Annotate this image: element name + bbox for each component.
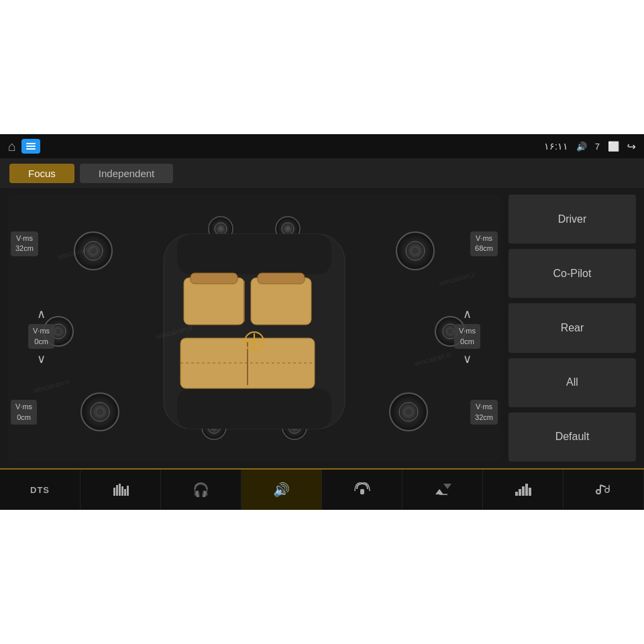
mode-tabs: Focus Independent [0,158,644,188]
svg-point-14 [56,329,61,334]
fade-icon [434,482,451,498]
svg-rect-28 [177,388,331,429]
toolbar-dts[interactable]: DTS [0,470,80,510]
arrow-up-right[interactable]: ∧ [463,307,472,321]
car-panel: wincairan.ir wincairan.ir wincairan.ir w… [8,195,500,462]
rear-button[interactable]: Rear [508,303,636,352]
all-button[interactable]: All [508,358,636,407]
svg-point-5 [412,248,419,254]
svg-rect-45 [124,489,126,496]
svg-rect-35 [191,273,237,284]
svg-rect-55 [529,488,531,496]
volume-icon: 🔊 [576,142,587,152]
independent-tab[interactable]: Independent [80,164,173,183]
app-icon-bars [26,143,36,150]
bass-icon [515,482,531,498]
toolbar-surround[interactable] [322,470,402,510]
surround-icon [354,482,371,498]
toolbar-treble[interactable] [564,470,644,510]
focus-tab[interactable]: Focus [9,164,74,183]
copilot-button[interactable]: Co-Pilot [508,249,636,298]
arrow-down-right[interactable]: ∨ [463,352,472,366]
toolbar-fade[interactable] [402,470,483,510]
svg-rect-52 [519,489,521,496]
label-bot-right: V·ms 32cm [470,400,498,425]
svg-rect-36 [258,273,305,284]
status-bar: ⌂ ۱۶:۱۱ 🔊 7 ⬜ ↩ [0,134,644,158]
label-bot-left: V·ms 0cm [11,400,37,425]
svg-rect-54 [525,484,528,496]
svg-line-58 [600,485,606,487]
toolbar-headphones[interactable]: 🎧 [161,470,241,510]
toolbar-bass[interactable] [483,470,564,510]
svg-rect-51 [515,492,518,496]
screen: ⌂ ۱۶:۱۱ 🔊 7 ⬜ ↩ Focus Independent [0,134,644,510]
dts-icon: DTS [30,486,50,494]
svg-rect-42 [116,485,118,496]
headphones-icon: 🎧 [193,483,209,496]
app-icon[interactable] [21,139,40,154]
volume-level: 7 [595,142,600,152]
equalizer-icon [113,482,129,498]
svg-point-11 [405,409,412,415]
svg-point-2 [90,248,97,254]
svg-rect-46 [127,486,129,496]
window-icon: ⬜ [608,141,619,152]
status-left: ⌂ [8,139,40,154]
svg-point-40 [252,339,256,343]
home-icon[interactable]: ⌂ [8,139,16,154]
svg-point-8 [97,409,103,415]
back-icon[interactable]: ↩ [627,140,636,153]
treble-icon [595,482,612,498]
svg-point-17 [447,329,453,334]
bottom-toolbar: DTS 🎧 🔊 [0,468,644,510]
driver-button[interactable]: Driver [508,195,636,244]
arrow-up-left[interactable]: ∧ [37,307,46,321]
svg-rect-30 [251,278,311,325]
svg-rect-47 [360,489,364,494]
label-top-right: V·ms 68cm [470,231,498,256]
svg-rect-43 [119,484,121,496]
svg-marker-49 [443,484,451,489]
toolbar-focus[interactable]: 🔊 [241,470,322,510]
svg-rect-29 [184,278,244,325]
svg-rect-53 [522,486,525,496]
svg-rect-44 [121,486,123,496]
svg-rect-41 [113,488,115,496]
svg-point-19 [215,223,227,235]
main-content: wincairan.ir wincairan.ir wincairan.ir w… [0,188,644,468]
control-right: ∧ V·ms 0cm ∨ [454,307,480,366]
label-mid-right: V·ms 0cm [454,324,480,349]
car-visualization [40,214,469,442]
outer-wrapper: ⌂ ۱۶:۱۱ 🔊 7 ⬜ ↩ Focus Independent [0,0,644,644]
arrow-down-left[interactable]: ∨ [37,352,46,366]
svg-marker-48 [435,489,443,494]
toolbar-equalizer[interactable] [80,470,161,510]
status-right: ۱۶:۱۱ 🔊 7 ⬜ ↩ [544,140,636,153]
right-panel: Driver Co-Pilot Rear All Default [508,195,636,462]
svg-point-59 [605,488,609,492]
label-mid-left: V·ms 0cm [28,324,54,349]
time-display: ۱۶:۱۱ [544,141,568,152]
control-left: ∧ V·ms 0cm ∨ [28,307,54,366]
svg-point-21 [282,223,294,235]
svg-rect-27 [177,234,331,274]
default-button[interactable]: Default [508,413,636,462]
label-top-left: V·ms 32cm [11,231,38,256]
focus-icon: 🔊 [273,483,290,496]
